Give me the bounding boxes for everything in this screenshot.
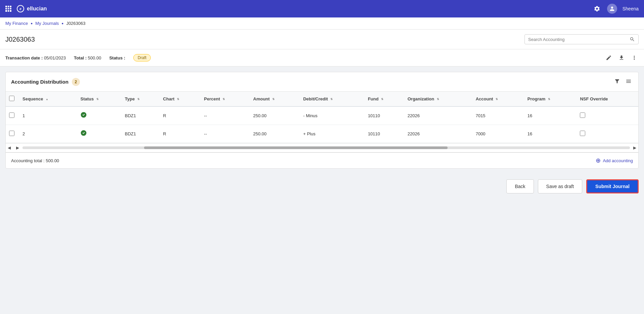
submit-journal-button[interactable]: Submit Journal [586,179,639,193]
tx-total-field: Total : 500.00 [74,55,101,60]
th-chart[interactable]: Chart ⇅ [160,92,201,106]
scroll-thumb[interactable] [144,146,448,149]
cell-nsf[interactable] [577,106,638,125]
th-nsf-override[interactable]: NSF Override [577,92,638,106]
cell-program: 16 [524,125,577,143]
th-organization[interactable]: Organization ⇅ [404,92,472,106]
scroll-right-arrow[interactable]: ▶ [631,145,638,151]
cell-sequence: 2 [19,125,77,143]
th-sequence[interactable]: Sequence ▲ [19,92,77,106]
cell-amount: 250.00 [250,125,300,143]
transaction-bar: Transaction date : 05/01/2023 Total : 50… [0,49,644,66]
page-header: J0263063 [0,30,644,49]
status-badge: Draft [133,54,151,61]
tx-status-field: Status : [109,55,125,60]
cell-sequence: 1 [19,106,77,125]
breadcrumb-sep-2: ● [61,21,63,25]
tx-date-label: Transaction date : [5,55,43,60]
save-draft-button[interactable]: Save as draft [538,179,583,193]
more-options-icon[interactable] [630,53,639,62]
ellucian-logo-icon: e [17,5,24,12]
cell-status [77,125,121,143]
download-icon[interactable] [617,53,626,62]
main-content: Accounting Distribution 2 [0,72,644,199]
cell-account: 7015 [472,106,524,125]
accounting-table-wrapper: Sequence ▲ Status ⇅ Type ⇅ Chart [6,92,638,143]
cell-account: 7000 [472,125,524,143]
th-select-all[interactable] [6,92,19,106]
tx-total-label: Total : [74,55,87,60]
filter-icon[interactable] [613,77,622,87]
cell-percent: -- [201,125,250,143]
select-all-checkbox[interactable] [9,96,14,101]
tx-date-value: 05/01/2023 [44,55,66,60]
cell-status [77,106,121,125]
cell-organization: 22026 [404,106,472,125]
scroll-left-inner-arrow[interactable]: ▶ [14,145,21,151]
accounting-title-group: Accounting Distribution 2 [11,78,80,86]
accounting-section: Accounting Distribution 2 [5,72,639,169]
cell-program: 16 [524,106,577,125]
accounting-distribution-title: Accounting Distribution [11,79,68,85]
search-icon [630,37,635,42]
avatar[interactable] [607,4,617,14]
accounting-table: Sequence ▲ Status ⇅ Type ⇅ Chart [6,92,638,143]
row-checkbox-0[interactable] [9,113,14,118]
cell-debit-credit: + Plus [300,125,365,143]
tx-actions [604,53,639,62]
tx-status-label: Status : [109,55,125,60]
header-icons [613,77,633,87]
cell-type: BDZ1 [122,125,160,143]
cell-type: BDZ1 [122,106,160,125]
columns-icon[interactable] [624,77,633,87]
th-type[interactable]: Type ⇅ [122,92,160,106]
search-input[interactable] [528,37,628,42]
accounting-header: Accounting Distribution 2 [6,72,638,92]
navbar: e ellucian Sheena [0,0,644,17]
th-debit-credit[interactable]: Debit/Credit ⇅ [300,92,365,106]
add-icon: ⊕ [596,157,601,164]
cell-fund: 10110 [365,106,404,125]
breadcrumb-sep-1: ● [31,21,33,25]
horizontal-scrollbar[interactable]: ◀ ▶ ▶ [6,143,638,152]
row-checkbox-cell[interactable] [6,125,19,143]
action-buttons: Back Save as draft Submit Journal [0,174,644,199]
th-account[interactable]: Account ⇅ [472,92,524,106]
cell-organization: 22026 [404,125,472,143]
tx-date-field: Transaction date : 05/01/2023 [5,55,66,60]
th-fund[interactable]: Fund ⇅ [365,92,404,106]
status-check-icon [80,131,87,138]
cell-fund: 10110 [365,125,404,143]
cell-debit-credit: - Minus [300,106,365,125]
accounting-count-badge: 2 [72,78,80,86]
add-accounting-button[interactable]: ⊕ Add accounting [596,157,633,164]
cell-amount: 250.00 [250,106,300,125]
th-percent[interactable]: Percent ⇅ [201,92,250,106]
row-checkbox-cell[interactable] [6,106,19,125]
row-checkbox-1[interactable] [9,131,14,136]
settings-icon[interactable] [592,4,602,13]
tx-total-value: 500.00 [88,55,101,60]
username-label: Sheena [623,6,639,11]
th-program[interactable]: Program ⇅ [524,92,577,106]
nsf-checkbox-0[interactable] [580,113,585,118]
nsf-checkbox-1[interactable] [580,131,585,136]
scroll-track[interactable] [22,146,630,149]
breadcrumb-my-journals[interactable]: My Journals [35,21,59,26]
edit-icon[interactable] [604,53,613,62]
scroll-left-arrow[interactable]: ◀ [6,145,13,151]
th-status[interactable]: Status ⇅ [77,92,121,106]
back-button[interactable]: Back [506,179,534,193]
th-amount[interactable]: Amount ⇅ [250,92,300,106]
search-box[interactable] [524,34,639,44]
breadcrumb: My Finance ● My Journals ● J0263063 [0,17,644,30]
page-title: J0263063 [5,36,35,43]
cell-chart: R [160,125,201,143]
grid-menu-icon[interactable] [5,6,11,12]
breadcrumb-my-finance[interactable]: My Finance [5,21,28,26]
table-row: 1 BDZ1 R -- 250.00 - Minus 10110 22026 7… [6,106,638,125]
cell-chart: R [160,106,201,125]
app-name: ellucian [27,6,47,12]
cell-nsf[interactable] [577,125,638,143]
status-check-icon [80,113,87,120]
